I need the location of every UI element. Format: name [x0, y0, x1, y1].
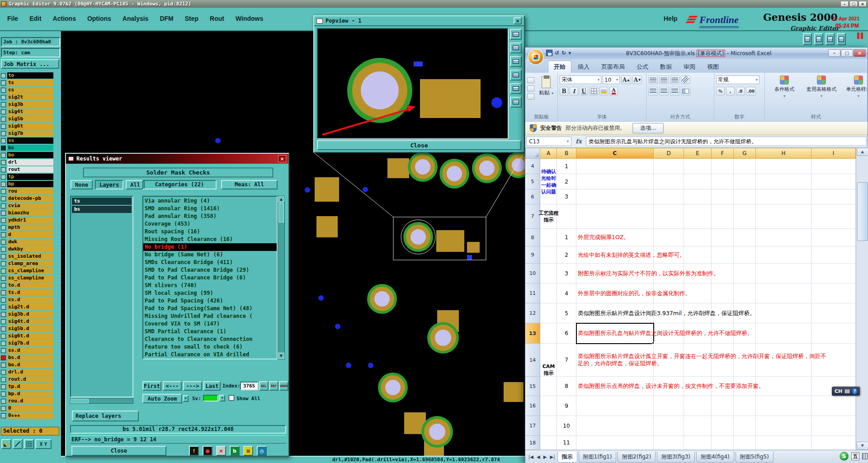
- vertical-scrollbar[interactable]: ▲ ▼: [856, 148, 868, 450]
- close-button[interactable]: ×: [859, 1, 867, 7]
- select-all-corner[interactable]: [525, 148, 540, 159]
- font-size-select[interactable]: 10▾: [603, 76, 620, 84]
- cell-C18[interactable]: [576, 436, 654, 450]
- cell-F5[interactable]: [712, 174, 734, 189]
- layer-row-bo.d[interactable]: bo.d: [0, 361, 61, 369]
- layer-row-to[interactable]: to: [0, 72, 61, 79]
- underline-button[interactable]: U: [580, 87, 588, 95]
- cell-G10[interactable]: [734, 264, 756, 283]
- prev-button[interactable]: <---: [163, 381, 182, 391]
- col-header-I[interactable]: I: [811, 148, 856, 159]
- category-item[interactable]: SMD Partial Clearance (1): [143, 328, 277, 335]
- menu-dfm[interactable]: DFM: [160, 15, 173, 22]
- cell-styles-button[interactable]: 单元格样式▾: [841, 76, 868, 105]
- cell-I9[interactable]: [811, 246, 856, 264]
- layer-toggle[interactable]: [1, 240, 6, 245]
- cell-G9[interactable]: [734, 246, 756, 264]
- col-header-G[interactable]: G: [734, 148, 756, 159]
- layer-row-tp.d[interactable]: tp.d: [0, 383, 61, 390]
- category-item[interactable]: SMD annular Ring (1416): [143, 205, 277, 213]
- ribbon-tab[interactable]: 数据: [655, 61, 677, 73]
- record-icon[interactable]: ●: [203, 446, 212, 456]
- wubi-input-icon[interactable]: 五: [851, 452, 859, 460]
- cell-F7[interactable]: [712, 204, 734, 229]
- category-item[interactable]: Rout spacing (16): [143, 228, 277, 236]
- axis-toggle-button[interactable]: XY: [35, 439, 52, 449]
- layer-toggle[interactable]: [1, 175, 6, 180]
- scroll-down-icon[interactable]: ▼: [278, 353, 284, 359]
- minimize-button[interactable]: –: [840, 1, 849, 7]
- menu-step[interactable]: Step: [185, 15, 198, 22]
- sheet-nav-button[interactable]: ▶|: [549, 454, 556, 459]
- menu-rout[interactable]: Rout: [210, 15, 224, 22]
- layer-toggle[interactable]: [1, 348, 6, 353]
- menu-windows[interactable]: Windows: [236, 15, 263, 22]
- layer-list-scrollbar[interactable]: [70, 398, 133, 404]
- layer-toggle[interactable]: [1, 254, 6, 259]
- merge-center-icon[interactable]: [681, 87, 690, 95]
- cell-H10[interactable]: [756, 264, 811, 283]
- layer-row-drl.d[interactable]: drl.d: [0, 369, 61, 376]
- cell-E7[interactable]: [684, 204, 712, 229]
- filter-all-button[interactable]: All: [126, 180, 145, 189]
- cell-E17[interactable]: [684, 416, 712, 436]
- cell-A6[interactable]: [540, 189, 557, 204]
- layer-row-sig6t.d[interactable]: sig6t.d: [0, 332, 61, 340]
- cell-A18[interactable]: [540, 436, 557, 450]
- cell-I5[interactable]: [811, 174, 856, 189]
- category-item[interactable]: Clearance to Clearance Connection: [143, 335, 277, 343]
- layer-row-sig2t.d[interactable]: sig2t.d: [0, 303, 61, 311]
- cell-F9[interactable]: [712, 246, 734, 264]
- menu-options[interactable]: Options: [87, 15, 111, 22]
- results-layer-ts[interactable]: ts: [72, 198, 132, 205]
- popview-tool-icon[interactable]: [510, 56, 522, 67]
- cell-F17[interactable]: [712, 416, 734, 436]
- cell-B9[interactable]: 2: [557, 246, 576, 264]
- cell-B15[interactable]: 8: [557, 377, 576, 396]
- layer-row-ydkdr1[interactable]: ydkdr1: [0, 217, 61, 224]
- category-item[interactable]: SM local spacing (99): [143, 289, 277, 297]
- cell-B13[interactable]: 6: [557, 323, 576, 344]
- cell-A17[interactable]: [540, 416, 557, 436]
- cell-D6[interactable]: [654, 189, 684, 204]
- cell-C14[interactable]: 类似附图所示贴片焊盘设计孤立开窗，开窗连在一起无阻焊桥的，允许削开窗，保证阻焊桥…: [576, 344, 654, 377]
- category-item[interactable]: SM slivers (740): [143, 282, 277, 289]
- sheet-grid[interactable]: 415263781外层完成铜厚1OZ。92光绘中如有未划掉的英文描述，忽略即可。…: [525, 159, 856, 450]
- cell-C12[interactable]: 类似附图所示贴片焊盘设计间距3.937mil，允许削焊盘，保证阻焊桥。: [576, 303, 654, 323]
- cell-C15[interactable]: 类似附图所示点亮的焊盘，设计未开窗的，按文件制作，不需要添加开窗。: [576, 377, 654, 396]
- office-button[interactable]: [528, 49, 544, 65]
- popview-canvas[interactable]: [317, 28, 509, 139]
- tool-del-button[interactable]: DEL: [259, 381, 269, 391]
- excel-titlebar[interactable]: 8V3C600HA0-预审指示.xls [兼容模式] - Microsoft E…: [525, 47, 868, 59]
- results-layer-bs[interactable]: bs: [72, 206, 132, 213]
- results-close-icon[interactable]: ×: [278, 155, 286, 162]
- layer-toggle[interactable]: [1, 406, 6, 411]
- popview-tool-icon[interactable]: [510, 83, 522, 94]
- sheet-tab[interactable]: 附图2(fig2): [618, 452, 656, 463]
- cell-E6[interactable]: [684, 189, 712, 204]
- cell-A9[interactable]: [540, 246, 557, 264]
- menu-actions[interactable]: Actions: [53, 15, 76, 22]
- menu-file[interactable]: File: [7, 15, 18, 22]
- layer-toggle[interactable]: [1, 384, 6, 389]
- cell-H13[interactable]: [756, 323, 811, 344]
- layer-toggle[interactable]: [1, 283, 6, 288]
- cell-D16[interactable]: [654, 396, 684, 416]
- popview-tool-icon[interactable]: [510, 29, 522, 40]
- paste-button[interactable]: 粘贴 ▾: [537, 76, 556, 97]
- layer-toggle[interactable]: [1, 399, 6, 404]
- cell-B7[interactable]: [557, 204, 576, 229]
- index-value[interactable]: 3765: [240, 382, 258, 390]
- scroll-up-icon[interactable]: ▲: [278, 196, 284, 203]
- cell-C5[interactable]: [576, 174, 654, 189]
- category-item[interactable]: Pad annular Ring (358): [143, 213, 277, 220]
- row-header-7[interactable]: 7: [525, 204, 540, 229]
- row-header-8[interactable]: 8: [525, 229, 540, 246]
- filter-layers-button[interactable]: Layers: [95, 180, 123, 189]
- row-header-11[interactable]: 11: [525, 283, 540, 303]
- layer-toggle[interactable]: [1, 189, 6, 194]
- scroll-thumb[interactable]: [857, 182, 868, 241]
- layer-row-cs.d[interactable]: cs.d: [0, 296, 61, 303]
- cell-E5[interactable]: [684, 174, 712, 189]
- layer-toggle[interactable]: [1, 355, 6, 360]
